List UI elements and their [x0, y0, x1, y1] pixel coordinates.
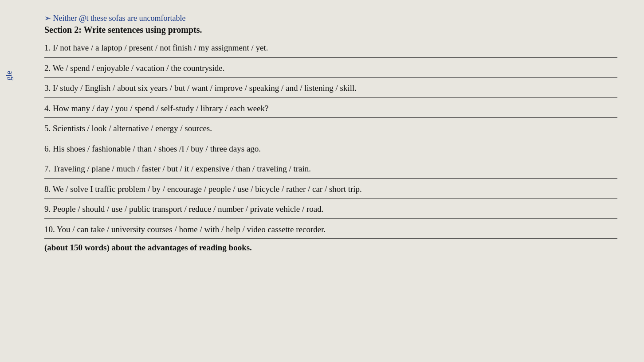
handwriting-top: ➢ Neither @t these sofas are uncomfortab…	[44, 13, 185, 23]
exercise-item-6: 6. His shoes / fashionable / than / shoe…	[44, 138, 617, 158]
exercise-item-9: 9. People / should / use / public transp…	[44, 198, 617, 218]
exercise-item-8: 8. We / solve I traffic problem / by / e…	[44, 178, 617, 199]
exercise-item-2: 2. We / spend / enjoyable / vacation / t…	[44, 57, 617, 78]
left-margin-note: gle	[4, 71, 14, 81]
exercise-item-10: 10. You / can take / university courses …	[44, 218, 617, 239]
exercise-list: 1. I/ not have / a laptop / present / no…	[44, 37, 617, 239]
top-handwriting-line: ➢ Neither @t these sofas are uncomfortab…	[44, 13, 617, 23]
page: gle ➢ Neither @t these sofas are uncomfo…	[0, 0, 644, 362]
exercise-item-7: 7. Traveling / plane / much / faster / b…	[44, 158, 617, 178]
exercise-item-3: 3. I/ study / English / about six years …	[44, 77, 617, 97]
exercise-item-4: 4. How many / day / you / spend / self-s…	[44, 97, 617, 118]
bottom-text: (about 150 words) about the advantages o…	[44, 239, 617, 253]
exercise-item-5: 5. Scientists / look / alternative / ene…	[44, 117, 617, 138]
section-header: Section 2: Write sentences using prompts…	[44, 25, 617, 35]
exercise-item-1: 1. I/ not have / a laptop / present / no…	[44, 37, 617, 57]
